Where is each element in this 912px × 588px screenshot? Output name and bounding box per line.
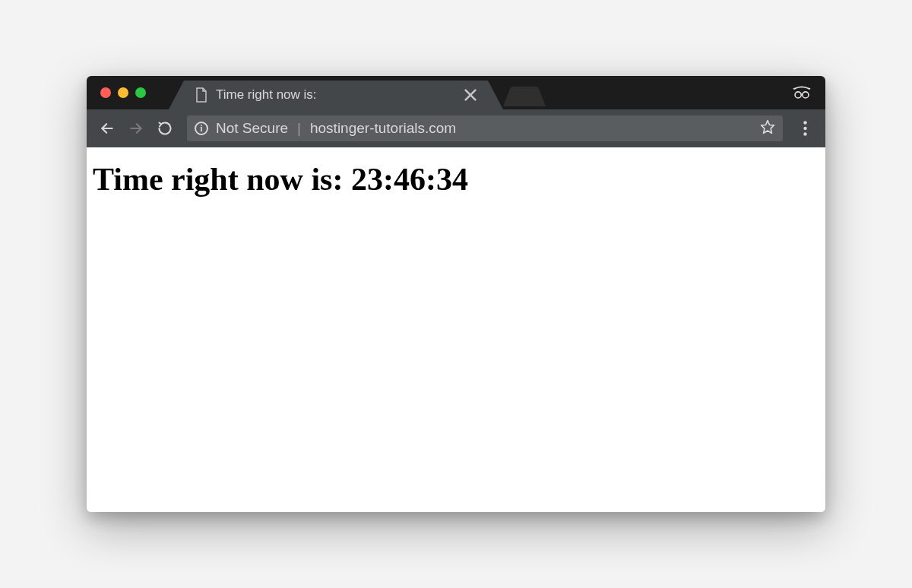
time-value: 23:46:34 [351,162,468,197]
security-status: Not Secure [216,120,288,137]
incognito-icon [792,81,812,104]
svg-point-5 [803,92,809,98]
back-button[interactable] [96,117,119,140]
close-tab-button[interactable] [464,88,477,102]
tab-title: Time right now is: [216,87,456,103]
svg-marker-8 [762,120,774,133]
reload-button[interactable] [154,117,176,140]
tab-bar: Time right now is: [87,76,825,109]
svg-point-3 [808,88,810,90]
svg-point-10 [803,127,806,130]
window-controls [87,87,146,98]
bookmark-button[interactable] [760,119,775,138]
toolbar: i Not Secure | hostinger-tutorials.com [87,109,825,147]
page-heading: Time right now is: 23:46:34 [93,161,819,198]
svg-point-11 [803,132,806,135]
heading-label: Time right now is: [93,162,351,197]
site-info-icon[interactable]: i [195,122,208,135]
url-text: hostinger-tutorials.com [310,120,752,137]
browser-tab[interactable]: Time right now is: [184,81,488,109]
browser-menu-button[interactable] [793,117,816,140]
svg-point-2 [793,88,796,90]
page-favicon-icon [195,88,208,102]
browser-window: Time right now is: [87,76,825,512]
maximize-window-button[interactable] [135,87,146,98]
close-window-button[interactable] [100,87,111,98]
forward-button[interactable] [125,117,147,140]
address-bar[interactable]: i Not Secure | hostinger-tutorials.com [187,115,783,141]
svg-point-4 [795,92,801,98]
svg-point-9 [803,121,806,124]
minimize-window-button[interactable] [118,87,128,98]
page-content: Time right now is: 23:46:34 [87,147,825,512]
new-tab-button[interactable] [511,87,538,106]
address-divider: | [296,120,302,137]
